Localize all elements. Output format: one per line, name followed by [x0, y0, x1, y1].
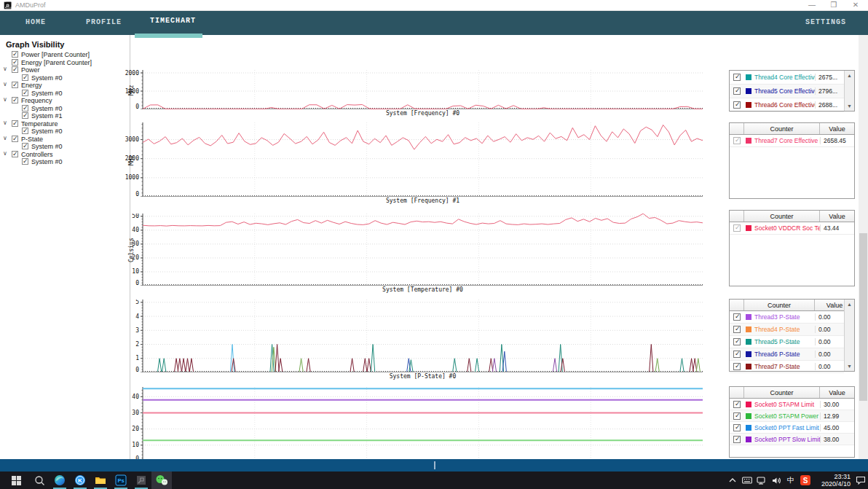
- title-bar: AMDuProf — ❒ ✕: [0, 0, 868, 11]
- header-counter: Counter: [744, 123, 820, 134]
- scroll-up-icon[interactable]: ▲: [845, 71, 854, 80]
- caret-down-icon[interactable]: ∨: [3, 81, 7, 89]
- tree-item[interactable]: Energy [Parent Counter]: [0, 59, 130, 67]
- scroll-down-icon[interactable]: ▼: [845, 361, 854, 371]
- row-checkbox[interactable]: [733, 424, 741, 431]
- explorer-icon[interactable]: [90, 472, 111, 489]
- tree-item[interactable]: System #0: [0, 74, 130, 82]
- amd-taskbar-icon[interactable]: [131, 472, 151, 489]
- maximize-button[interactable]: ❒: [823, 0, 845, 11]
- start-icon[interactable]: [6, 472, 26, 489]
- svg-text:3: 3: [135, 327, 139, 334]
- counter-value: 43.44: [820, 224, 854, 232]
- tree-item[interactable]: System #1: [0, 112, 130, 120]
- tree-checkbox[interactable]: [22, 74, 28, 81]
- edge-icon[interactable]: [50, 472, 70, 489]
- counter-label: Thread3 P-State: [754, 313, 800, 321]
- photoshop-icon[interactable]: Ps: [111, 472, 131, 489]
- tree-item[interactable]: ∨Controllers: [0, 151, 130, 159]
- tree-checkbox[interactable]: [12, 136, 18, 142]
- tree-checkbox[interactable]: [22, 105, 28, 112]
- ime-indicator[interactable]: 中: [784, 472, 798, 489]
- row-checkbox[interactable]: [733, 101, 741, 109]
- tree-item[interactable]: System #0: [0, 128, 130, 136]
- tray-chevron-up-icon[interactable]: [725, 472, 740, 489]
- tree-item[interactable]: ∨Temperature: [0, 120, 130, 128]
- close-window-button[interactable]: ✕: [845, 0, 867, 11]
- vertical-scrollbar[interactable]: [859, 35, 868, 459]
- row-checkbox[interactable]: [733, 412, 741, 420]
- header-value: Value: [820, 123, 854, 134]
- tree-checkbox[interactable]: [12, 120, 18, 127]
- table-row: Thread4 Core Effective Frequency2675...: [730, 71, 844, 85]
- touch-keyboard-icon[interactable]: [740, 472, 754, 489]
- volume-icon[interactable]: [769, 472, 784, 489]
- tree-checkbox[interactable]: [12, 151, 18, 157]
- row-checkbox[interactable]: [733, 363, 741, 370]
- row-checkbox[interactable]: [733, 224, 741, 232]
- scrollbar-thumb[interactable]: [859, 233, 867, 401]
- timeline-scrubber[interactable]: [0, 459, 868, 472]
- tree-item[interactable]: ∨Power: [0, 66, 130, 74]
- caret-down-icon[interactable]: ∨: [3, 135, 7, 143]
- graph-visibility-title: Graph Visibility: [6, 40, 65, 49]
- clock[interactable]: 23:31 2020/4/10: [813, 473, 853, 488]
- counter-label: Thread6 P-State: [754, 351, 800, 358]
- row-checkbox[interactable]: [733, 326, 741, 333]
- svg-text:0: 0: [135, 280, 139, 286]
- row-checkbox[interactable]: [733, 338, 741, 345]
- row-checkbox[interactable]: [733, 313, 741, 321]
- tree-checkbox[interactable]: [22, 158, 28, 165]
- search-icon[interactable]: [29, 472, 50, 489]
- tree-checkbox[interactable]: [12, 66, 18, 73]
- caret-down-icon[interactable]: ∨: [3, 66, 7, 74]
- graph-visibility-tree: Power [Parent Counter]Energy [Parent Cou…: [0, 51, 130, 166]
- tree-checkbox[interactable]: [12, 97, 18, 103]
- tree-item[interactable]: ∨P-State: [0, 136, 130, 144]
- tree-item[interactable]: ∨Energy: [0, 82, 130, 90]
- tree-item[interactable]: Power [Parent Counter]: [0, 51, 130, 59]
- counter-value: 30.00: [820, 401, 854, 408]
- tree-checkbox[interactable]: [22, 90, 28, 96]
- clock-time: 23:31: [813, 473, 851, 480]
- caret-down-icon[interactable]: ∨: [3, 150, 7, 158]
- sogou-icon[interactable]: S: [798, 472, 813, 489]
- tree-item[interactable]: ∨Frequency: [0, 97, 130, 105]
- network-icon[interactable]: [754, 472, 769, 489]
- scroll-up-icon[interactable]: ▲: [845, 300, 854, 309]
- nav-timechart[interactable]: TIMECHART: [150, 17, 196, 25]
- nav-profile[interactable]: PROFILE: [86, 18, 122, 26]
- nav-home[interactable]: HOME: [25, 18, 46, 26]
- tree-item[interactable]: System #0: [0, 105, 130, 113]
- caret-down-icon[interactable]: ∨: [3, 96, 7, 104]
- row-checkbox[interactable]: [733, 74, 741, 81]
- tree-item[interactable]: System #0: [0, 143, 130, 151]
- tree-checkbox[interactable]: [12, 59, 18, 66]
- nav-settings[interactable]: SETTINGS: [805, 18, 846, 26]
- row-checkbox[interactable]: [733, 351, 741, 358]
- row-checkbox[interactable]: [733, 401, 741, 408]
- tree-item[interactable]: System #0: [0, 158, 130, 166]
- header-value: Value: [820, 387, 854, 398]
- tree-checkbox[interactable]: [22, 143, 28, 149]
- tree-checkbox[interactable]: [12, 51, 18, 58]
- row-checkbox[interactable]: [733, 87, 741, 95]
- table-scrollbar[interactable]: ▲▼: [844, 300, 854, 371]
- chart-plot: 010002000: [117, 70, 717, 109]
- tree-checkbox[interactable]: [22, 112, 28, 119]
- series-color-swatch: [746, 402, 751, 407]
- row-checkbox[interactable]: [733, 137, 741, 144]
- tree-item[interactable]: System #0: [0, 90, 130, 98]
- scroll-down-icon[interactable]: ▼: [845, 101, 854, 111]
- tree-item-label: Energy: [21, 82, 42, 89]
- minimize-button[interactable]: —: [801, 0, 823, 11]
- action-center-icon[interactable]: [853, 472, 868, 489]
- caret-down-icon[interactable]: ∨: [3, 120, 7, 128]
- table-scrollbar[interactable]: ▲▼: [844, 71, 854, 111]
- tree-checkbox[interactable]: [22, 128, 28, 134]
- tree-checkbox[interactable]: [12, 82, 18, 88]
- row-checkbox[interactable]: [733, 436, 741, 443]
- kugou-icon[interactable]: K: [70, 472, 90, 489]
- wechat-icon[interactable]: [151, 472, 172, 489]
- scrubber-handle[interactable]: [434, 461, 435, 469]
